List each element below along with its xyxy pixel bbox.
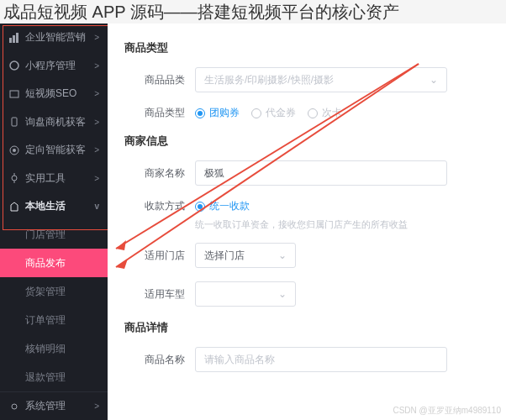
radio-dot-icon (195, 108, 205, 118)
radio-dot-icon (251, 108, 261, 118)
sub-item-refund[interactable]: 退款管理 (0, 363, 108, 391)
sidebar-label: 小程序管理 (25, 59, 76, 73)
select-store[interactable]: 选择门店 ⌄ (195, 243, 296, 268)
chevron-right-icon: > (94, 402, 99, 411)
radio-card[interactable]: 次卡 (308, 106, 342, 120)
radio-dot-icon (195, 202, 205, 212)
label-type: 商品类型 (124, 106, 185, 120)
main-content: 商品类型 商品品类 生活服务/印刷摄影/快照/摄影 ⌄ 商品类型 团购券 代金券… (108, 24, 506, 420)
input-name[interactable]: 请输入商品名称 (195, 347, 447, 372)
radio-voucher[interactable]: 代金券 (251, 106, 296, 120)
sub-item-publish[interactable]: 商品发布 (0, 249, 108, 277)
payment-tip: 统一收取订单资金，接收您归属门店产生的所有收益 (195, 218, 489, 231)
chart-icon (8, 32, 20, 44)
svg-point-3 (10, 61, 18, 70)
sidebar-label: 短视频SEO (25, 87, 76, 101)
section-product-type: 商品类型 (124, 40, 489, 55)
radio-unified[interactable]: 统一收款 (195, 199, 250, 213)
sidebar-item-marketing[interactable]: 企业智能营销 > (0, 24, 108, 51)
section-merchant: 商家信息 (124, 134, 489, 149)
label-payment: 收款方式 (124, 199, 185, 213)
select-car[interactable]: ⌄ (195, 281, 296, 307)
sidebar-label: 询盘商机获客 (25, 115, 86, 129)
chevron-down-icon: ⌄ (278, 249, 287, 261)
row-merchant: 商家名称 极狐 (124, 160, 489, 186)
select-placeholder: 选择门店 (204, 249, 245, 263)
row-payment: 收款方式 统一收款 (124, 199, 489, 213)
sidebar-item-target[interactable]: 定向智能获客 > (0, 136, 108, 164)
radio-dot-icon (308, 108, 318, 118)
chevron-right-icon: > (94, 145, 99, 155)
chevron-right-icon: > (94, 118, 99, 127)
video-icon (8, 88, 20, 100)
radio-label: 代金券 (266, 106, 296, 120)
row-type: 商品类型 团购券 代金券 次卡 (124, 106, 489, 120)
chevron-right-icon: > (94, 61, 99, 71)
sub-item-order[interactable]: 订单管理 (0, 306, 108, 334)
local-icon (8, 201, 20, 213)
gear-icon (8, 401, 20, 412)
app-icon (8, 60, 20, 71)
sidebar-item-tools[interactable]: 实用工具 > (0, 164, 108, 192)
page-title: 成品短视频 APP 源码——搭建短视频平台的核心资产 (0, 0, 506, 24)
svg-rect-2 (16, 33, 18, 43)
sidebar-item-inquiry[interactable]: 询盘商机获客 > (0, 108, 108, 135)
phone-icon (8, 116, 20, 128)
radio-label: 团购券 (209, 106, 240, 120)
chevron-right-icon: > (94, 89, 99, 98)
sidebar-label: 企业智能营销 (25, 30, 86, 45)
svg-rect-5 (12, 118, 17, 126)
chevron-right-icon: > (94, 174, 99, 183)
sidebar: 企业智能营销 > 小程序管理 > 短视频SEO > 询盘商机获客 > 定向智能获… (0, 24, 108, 420)
svg-point-8 (12, 176, 17, 181)
chevron-down-icon: ⌄ (278, 288, 287, 300)
section-detail: 商品详情 (124, 320, 489, 335)
app-layout: 企业智能营销 > 小程序管理 > 短视频SEO > 询盘商机获客 > 定向智能获… (0, 24, 506, 420)
sidebar-item-local[interactable]: 本地生活 v (0, 192, 108, 220)
chevron-right-icon: > (94, 33, 99, 42)
select-placeholder: 生活服务/印刷摄影/快照/摄影 (204, 73, 334, 87)
sidebar-item-system[interactable]: 系统管理 > (0, 391, 108, 420)
label-merchant: 商家名称 (124, 166, 185, 181)
radio-label: 次卡 (322, 106, 342, 120)
input-placeholder: 请输入商品名称 (204, 353, 275, 367)
radio-label: 统一收款 (209, 199, 250, 213)
tool-icon (8, 172, 20, 184)
sub-item-store[interactable]: 门店管理 (0, 220, 108, 249)
chevron-down-icon: v (94, 202, 99, 211)
sidebar-label: 本地生活 (25, 199, 66, 213)
radio-groupbuy[interactable]: 团购券 (195, 106, 240, 120)
sidebar-label: 定向智能获客 (25, 143, 86, 157)
row-car: 适用车型 ⌄ (124, 281, 489, 307)
sidebar-item-miniprogram[interactable]: 小程序管理 > (0, 51, 108, 79)
row-store: 适用门店 选择门店 ⌄ (124, 243, 489, 268)
chevron-down-icon: ⌄ (430, 74, 438, 86)
label-car: 适用车型 (124, 287, 185, 302)
sidebar-label: 系统管理 (25, 399, 66, 413)
watermark: CSDN @亚罗亚纳m4989110 (393, 405, 501, 417)
row-name: 商品名称 请输入商品名称 (124, 347, 489, 372)
label-store: 适用门店 (124, 249, 185, 263)
label-name: 商品名称 (124, 353, 185, 367)
row-category: 商品品类 生活服务/印刷摄影/快照/摄影 ⌄ (124, 67, 489, 92)
label-category: 商品品类 (124, 73, 185, 87)
svg-rect-0 (9, 38, 12, 43)
target-icon (8, 144, 20, 156)
svg-point-11 (12, 404, 17, 409)
svg-rect-1 (13, 35, 15, 43)
sub-item-shelf[interactable]: 货架管理 (0, 277, 108, 306)
svg-point-7 (13, 149, 16, 152)
select-category[interactable]: 生活服务/印刷摄影/快照/摄影 ⌄ (195, 67, 447, 92)
svg-rect-4 (10, 91, 18, 97)
sidebar-item-seo[interactable]: 短视频SEO > (0, 80, 108, 108)
sidebar-label: 实用工具 (25, 171, 66, 186)
input-merchant[interactable]: 极狐 (195, 160, 447, 186)
sub-item-verify[interactable]: 核销明细 (0, 334, 108, 363)
